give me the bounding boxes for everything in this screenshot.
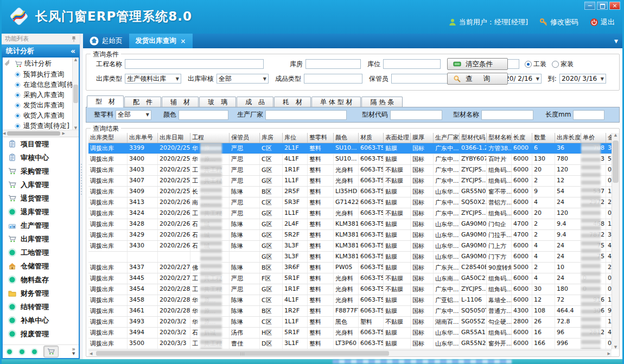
column-header[interactable]: 膜厚 <box>411 133 434 143</box>
sidebar-item-dot-退库管理[interactable]: 退库管理 <box>3 205 79 219</box>
tree-expander-icon[interactable] <box>5 59 14 68</box>
material-tab[interactable]: 辅 材 <box>162 97 199 107</box>
column-header[interactable]: 型材代码 <box>460 133 487 143</box>
sidebar-item-dot-工地管理[interactable]: 工地管理 <box>3 246 79 259</box>
column-header[interactable]: 生产厂家 <box>434 133 460 143</box>
material-tab[interactable]: 配 件 <box>124 97 161 107</box>
location-input[interactable] <box>383 59 441 69</box>
table-row[interactable]: 调拨出库34002020/2/25华 原...严思C区4L1F整料SU10...… <box>88 154 612 165</box>
column-header[interactable]: 出库单号 <box>128 133 158 143</box>
audit-select[interactable]: 全部▼ <box>217 74 269 84</box>
close-button[interactable]: × <box>609 2 620 10</box>
project-name-input[interactable] <box>125 59 264 69</box>
maximize-button[interactable] <box>597 2 608 10</box>
sidebar-item-dot-报废管理[interactable]: 报废管理 <box>3 327 79 341</box>
tree-item[interactable]: 采购入库查询 <box>3 90 79 100</box>
column-header[interactable]: 表面处理 <box>384 133 411 143</box>
expand-more-button[interactable]: »▼ <box>72 347 75 356</box>
column-header[interactable]: 保管员 <box>230 133 260 143</box>
table-row[interactable]: 调拨出库34582020/2/28华 原...陈琳C区4L1F整料光身料6063… <box>88 295 612 306</box>
quick-dot-icon[interactable] <box>18 348 26 355</box>
table-row[interactable]: 调拨出库34092020/2/25长 ...陈琳B区2R5F整料LI35HD60… <box>88 187 612 197</box>
table-row[interactable]: 调拨出库34542020/2/28工 共工程严思G区1R1F整料光身料6063-… <box>88 284 612 295</box>
scroll-left-icon[interactable]: ◀ <box>90 352 92 356</box>
scrollbar-thumb[interactable] <box>73 85 78 103</box>
column-header[interactable]: 出库日期 <box>158 133 190 143</box>
column-header[interactable]: 单价 <box>581 133 606 143</box>
scroll-right-icon[interactable]: ▶ <box>608 352 610 356</box>
column-header[interactable]: 数量 <box>532 133 555 143</box>
column-header[interactable]: 颜色 <box>334 133 359 143</box>
logout-button[interactable]: 退出 <box>590 17 615 27</box>
table-row[interactable]: G区3L3F整料KLM38176063-T5贴膜国标山东华...GA90M09.… <box>88 252 612 263</box>
tree-item[interactable]: 收货入库查询 <box>3 111 79 121</box>
sidebar-item-clipboard-项目管理[interactable]: 项目管理 <box>3 137 79 151</box>
sidebar-item-cart-退货管理[interactable]: 退货管理 <box>3 191 79 205</box>
table-row[interactable]: 调拨出库34282020/2/26石 城陈琳G区2L4F整料KLM3817606… <box>88 219 612 230</box>
scrollbar-thumb[interactable]: ||| <box>96 351 389 356</box>
scroll-down-icon[interactable]: ▼ <box>614 345 617 349</box>
change-password-button[interactable]: 修改密码 <box>539 17 578 27</box>
material-tab[interactable]: 单 体 型 材 <box>311 97 361 107</box>
column-header[interactable]: 库房 <box>260 133 283 143</box>
material-tab[interactable]: 玻 璃 <box>199 97 236 107</box>
tree-horizontal-scrollbar[interactable]: ◀ ▶ <box>3 130 79 137</box>
table-row[interactable]: 调拨出库33992020/2/25华 原...严思C区2L1F整料SU10...… <box>88 143 612 154</box>
sidebar-item-cart-出库管理[interactable]: 出库管理 <box>3 232 79 246</box>
sidebar-item-clipboard-审核中心[interactable]: 审核中心 <box>3 151 79 164</box>
tree-item[interactable]: 在途信息查询[待 <box>3 80 79 90</box>
column-header[interactable]: 材质 <box>359 133 384 143</box>
column-header[interactable]: 出库类型 <box>88 133 128 143</box>
column-header[interactable]: 金额 <box>606 133 612 143</box>
sidebar-item-cart-入库管理[interactable]: 入库管理 <box>3 178 79 191</box>
column-header[interactable]: 工程 <box>190 133 230 143</box>
scrollbar-thumb[interactable] <box>7 131 60 136</box>
table-row[interactable]: 调拨出库34932020/3/2华 原...陈琳C区1L1F整料黑色塑料不贴膜国… <box>88 317 612 328</box>
cart-shortcut-button[interactable] <box>43 346 59 357</box>
scroll-right-icon[interactable]: ▶ <box>62 131 65 136</box>
column-header[interactable]: 出库长度 <box>555 133 581 143</box>
column-header[interactable]: 型材名称 <box>487 133 512 143</box>
material-tab[interactable]: 耗 材 <box>274 97 311 107</box>
scroll-up-icon[interactable]: ▲ <box>614 133 617 137</box>
table-row[interactable]: 调拨出库34292020/2/26石 城陈琳G区5R2F整料KLM3817606… <box>88 230 612 241</box>
material-tab[interactable]: 型 材 <box>87 95 124 107</box>
sidebar-item-dot-补单中心[interactable]: 补单中心 <box>3 314 79 327</box>
radio-jiazhuang[interactable]: 家装 <box>552 60 574 69</box>
table-row[interactable]: 调拨出库34242020/2/26工 共工程严思G区1L1F整料光身料6063-… <box>88 208 612 219</box>
warehouse-input[interactable] <box>305 59 361 69</box>
table-row[interactable]: 调拨出库34372020/2/27佛 ...陈琳B区3R6F整料PW056063… <box>88 263 612 273</box>
keeper-input[interactable] <box>391 74 449 84</box>
column-header[interactable]: 长度 <box>512 133 532 143</box>
radio-gongzhuang[interactable]: 工装 <box>525 60 546 69</box>
sidebar-item-house-仓储管理[interactable]: 仓储管理 <box>3 259 79 273</box>
table-row[interactable]: 调拨出库34942020/3/2石 辉城汤伟H区5R1F整料光身料6063-T5… <box>88 328 612 339</box>
grid-vertical-scrollbar[interactable]: ▲ ▼ <box>612 133 619 349</box>
table-row[interactable]: 调拨出库34072020/2/25工 共工程严思G区1L1F整料光身料6063-… <box>88 176 612 187</box>
sidebar-item-chart-生产管理[interactable]: 生产管理 <box>3 219 79 232</box>
tree-vertical-scrollbar[interactable]: ▲ ▼ <box>72 58 79 130</box>
product-type-input[interactable] <box>304 74 362 84</box>
search-button[interactable]: 查 询 <box>447 73 508 85</box>
clear-conditions-button[interactable]: 清空条件 <box>447 58 508 70</box>
whole-part-select[interactable]: 全部▼ <box>116 110 151 120</box>
sidebar-item-dot-结转管理[interactable]: 结转管理 <box>3 300 79 314</box>
length-input[interactable] <box>573 110 604 120</box>
tree-root-node[interactable]: 统计分析 <box>3 58 79 69</box>
tree-item[interactable]: 预算执行查询 <box>3 69 79 80</box>
minimize-button[interactable]: − <box>584 2 595 10</box>
material-tab[interactable]: 隔 热 条 <box>361 97 403 107</box>
sidebar-section-header[interactable]: 统计分析 « <box>2 44 80 58</box>
color-input[interactable] <box>179 110 228 120</box>
collapse-icon[interactable]: « <box>71 47 75 55</box>
scroll-left-icon[interactable]: ◀ <box>3 131 5 136</box>
scrollbar-thumb[interactable] <box>613 141 619 183</box>
tree-item[interactable]: 发货出库查询 <box>3 100 79 111</box>
tab-home[interactable]: 起始页 <box>83 34 129 48</box>
factory-input[interactable] <box>265 110 347 120</box>
profile-name-input[interactable] <box>481 110 533 120</box>
tab-overflow-icon[interactable]: ▼ <box>614 39 618 44</box>
tab-shipping-outbound-query[interactable]: 发货出库查询 × <box>129 34 193 48</box>
table-row[interactable]: 调拨出库35002020/3/3工 共工程曹佳D区3L1F整料LT3P60606… <box>88 339 612 349</box>
table-row[interactable]: 调拨出库34032020/2/25工 共工程严思G区1R1F整料光身料6063-… <box>88 165 612 176</box>
